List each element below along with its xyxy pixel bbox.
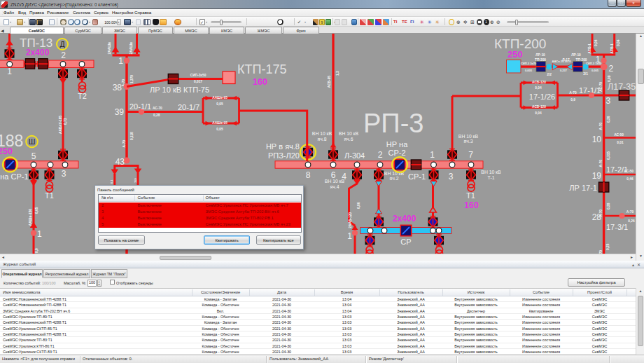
svg-text:8: 8 [306, 170, 311, 180]
svg-text:2: 2 [61, 50, 66, 60]
svg-text:ВН 10 кВ: ВН 10 кВ [325, 179, 345, 184]
svg-text:2/2: 2/2 [547, 73, 552, 76]
svg-text:2х400: 2х400 [393, 214, 416, 224]
svg-text:Т1: Т1 [466, 191, 475, 200]
svg-text:0,005: 0,005 [592, 69, 599, 72]
svg-text:3: 3 [606, 96, 611, 106]
svg-text:СР: СР [400, 238, 411, 246]
svg-text:яч.3: яч.3 [464, 139, 473, 144]
svg-text:АС-50: АС-50 [614, 133, 624, 137]
svg-text:АС-50: АС-50 [624, 170, 634, 173]
svg-text:1,3: 1,3 [336, 71, 340, 76]
svg-text:ЛР-10: ЛР-10 [571, 53, 581, 57]
svg-text:Л-304: Л-304 [344, 151, 365, 160]
svg-text:СР-1: СР-1 [408, 172, 426, 181]
svg-text:АСБ-1: АСБ-1 [610, 43, 614, 54]
svg-text:ААБлУ-185: ААБлУ-185 [59, 116, 62, 134]
svg-text:2: 2 [378, 150, 383, 160]
svg-text:0,26: 0,26 [628, 219, 635, 223]
svg-text:0,73: 0,73 [64, 118, 67, 125]
svg-text:ВН 10 кВ: ВН 10 кВ [339, 131, 359, 136]
svg-text:2х400: 2х400 [26, 48, 50, 57]
svg-text:0,9: 0,9 [35, 248, 38, 253]
svg-text:0,65: 0,65 [35, 207, 38, 214]
svg-text:160: 160 [464, 200, 479, 210]
svg-text:АСБ-1: АСБ-1 [588, 43, 592, 54]
svg-text:ЛР-10: ЛР-10 [536, 53, 545, 57]
svg-text:0,1: 0,1 [110, 179, 113, 184]
svg-text:2ААШв: 2ААШв [130, 42, 133, 54]
svg-text:0,005: 0,005 [525, 69, 533, 72]
svg-text:ВН 10 кВ: ВН 10 кВ [458, 134, 479, 139]
svg-text:А-70: А-70 [122, 140, 126, 148]
svg-text:Т-1: Т-1 [487, 175, 494, 180]
svg-text:0,118: 0,118 [130, 132, 134, 140]
svg-text:0,04: 0,04 [535, 86, 542, 90]
svg-text:7: 7 [468, 150, 473, 160]
svg-text:ТП-200: ТП-200 [576, 58, 587, 62]
svg-text:1: 1 [37, 229, 42, 239]
svg-text:А-70: А-70 [626, 210, 634, 214]
svg-text:Д: Д [59, 40, 64, 48]
svg-text:НР на: НР на [386, 140, 408, 149]
svg-text:РП-3: РП-3 [363, 109, 424, 138]
svg-text:СИП-3х50: СИП-3х50 [190, 74, 206, 77]
svg-text:150: 150 [134, 178, 137, 183]
svg-text:39: 39 [115, 107, 125, 117]
svg-text:19: 19 [592, 171, 602, 181]
svg-text:АСБ-95: АСБ-95 [328, 76, 331, 88]
svg-text:0,06: 0,06 [357, 202, 360, 209]
svg-text:А-70: А-70 [599, 123, 603, 130]
svg-text:0,28: 0,28 [153, 114, 160, 117]
svg-text:0,04: 0,04 [535, 111, 542, 115]
svg-text:0,01: 0,01 [617, 141, 624, 144]
svg-text:АСБ-120: АСБ-120 [532, 105, 546, 109]
svg-text:яч.8: яч.8 [318, 137, 327, 142]
svg-text:АС-70: АС-70 [599, 82, 603, 92]
svg-text:1: 1 [7, 67, 12, 76]
svg-text:ВН 10 кВ: ВН 10 кВ [481, 170, 501, 174]
svg-text:250: 250 [507, 49, 523, 60]
svg-text:0,04: 0,04 [617, 39, 620, 46]
svg-text:АСБ-120: АСБ-120 [532, 81, 546, 84]
svg-text:10: 10 [592, 135, 602, 144]
svg-text:Ш: Ш [29, 137, 36, 146]
svg-text:0,315: 0,315 [607, 151, 610, 160]
svg-text:яч.4: яч.4 [330, 184, 340, 189]
svg-text:3: 3 [449, 172, 454, 182]
svg-text:0,46: 0,46 [626, 177, 634, 181]
svg-text:ААШв-150: ААШв-150 [29, 209, 32, 226]
svg-text:яч.6: яч.6 [344, 137, 354, 142]
svg-text:5: 5 [31, 151, 36, 161]
svg-text:КТП-175: КТП-175 [237, 62, 286, 76]
svg-text:0,05: 0,05 [216, 128, 223, 131]
svg-text:0,28: 0,28 [607, 203, 610, 210]
svg-text:28: 28 [592, 212, 602, 222]
svg-text:Л-17: Л-17 [562, 58, 570, 62]
svg-text:А-70: А-70 [569, 91, 577, 95]
svg-text:250: 250 [0, 146, 13, 156]
svg-text:СР-2: СР-2 [388, 149, 405, 157]
svg-text:1: 1 [430, 150, 435, 160]
svg-text:1,379: 1,379 [130, 75, 134, 83]
svg-text:2/1: 2/1 [583, 72, 588, 76]
svg-text:ВН 10 кВ: ВН 10 кВ [312, 131, 332, 136]
svg-text:ААШв-95: ААШв-95 [212, 121, 227, 125]
svg-text:1: 1 [347, 231, 352, 241]
svg-text:А-70: А-70 [599, 160, 603, 167]
svg-text:2: 2 [609, 64, 614, 74]
svg-text:1: 1 [118, 56, 123, 66]
svg-text:СИП-3 1х50: СИП-3 1х50 [586, 62, 602, 65]
svg-text:яч.2: яч.2 [390, 176, 399, 181]
svg-text:17-1/26: 17-1/26 [529, 93, 555, 101]
svg-text:АС-70: АС-70 [153, 107, 162, 110]
svg-text:ААШв-95: ААШв-95 [212, 96, 227, 100]
svg-text:17-3/1: 17-3/1 [606, 223, 628, 231]
svg-text:3: 3 [62, 169, 66, 179]
svg-text:0,237: 0,237 [560, 69, 568, 72]
svg-text:0,04: 0,04 [594, 39, 598, 46]
svg-text:Т2: Т2 [78, 92, 87, 100]
svg-text:20-1/1: 20-1/1 [130, 102, 151, 111]
svg-text:Т1: Т1 [45, 191, 54, 200]
svg-text:0,25: 0,25 [606, 243, 610, 250]
